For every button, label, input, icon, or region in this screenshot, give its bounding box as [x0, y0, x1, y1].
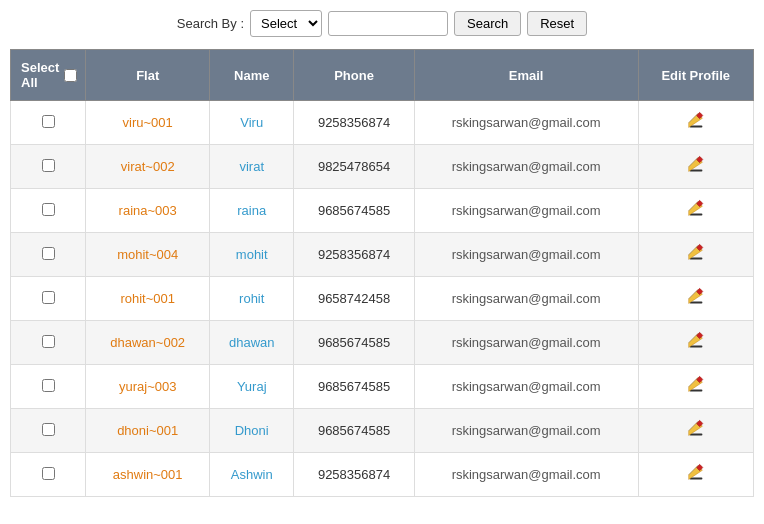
phone-cell: 9825478654 [294, 145, 414, 189]
svg-rect-28 [689, 434, 702, 436]
svg-rect-0 [689, 126, 702, 128]
row-checkbox-cell [11, 365, 86, 409]
row-checkbox[interactable] [42, 379, 55, 392]
edit-pencil-icon[interactable] [685, 330, 707, 352]
phone-cell: 9685674585 [294, 409, 414, 453]
table-header: Select All Flat Name Phone Email Edit Pr… [11, 50, 754, 101]
edit-pencil-icon[interactable] [685, 110, 707, 132]
row-checkbox-cell [11, 453, 86, 497]
email-cell: rskingsarwan@gmail.com [414, 277, 638, 321]
edit-cell [638, 233, 753, 277]
table-row: viru~001Viru9258356874rskingsarwan@gmail… [11, 101, 754, 145]
edit-pencil-icon[interactable] [685, 286, 707, 308]
table-row: mohit~004mohit9258356874rskingsarwan@gma… [11, 233, 754, 277]
row-checkbox[interactable] [42, 203, 55, 216]
edit-profile-header: Edit Profile [638, 50, 753, 101]
search-by-label: Search By : [177, 16, 244, 31]
flat-cell: dhoni~001 [86, 409, 210, 453]
data-table: Select All Flat Name Phone Email Edit Pr… [10, 49, 754, 497]
row-checkbox[interactable] [42, 291, 55, 304]
row-checkbox-cell [11, 145, 86, 189]
phone-cell: 9258356874 [294, 453, 414, 497]
table-row: rohit~001rohit9658742458rskingsarwan@gma… [11, 277, 754, 321]
name-cell: rohit [210, 277, 294, 321]
edit-pencil-icon[interactable] [685, 462, 707, 484]
email-cell: rskingsarwan@gmail.com [414, 233, 638, 277]
edit-cell [638, 453, 753, 497]
svg-rect-12 [689, 258, 702, 260]
edit-cell [638, 277, 753, 321]
phone-cell: 9258356874 [294, 101, 414, 145]
row-checkbox[interactable] [42, 423, 55, 436]
name-cell: mohit [210, 233, 294, 277]
edit-cell [638, 101, 753, 145]
select-all-header: Select All [11, 50, 86, 101]
row-checkbox[interactable] [42, 467, 55, 480]
edit-pencil-icon[interactable] [685, 242, 707, 264]
phone-cell: 9685674585 [294, 365, 414, 409]
table-row: dhawan~002dhawan9685674585rskingsarwan@g… [11, 321, 754, 365]
phone-cell: 9658742458 [294, 277, 414, 321]
name-cell: raina [210, 189, 294, 233]
email-cell: rskingsarwan@gmail.com [414, 453, 638, 497]
name-header: Name [210, 50, 294, 101]
edit-cell [638, 365, 753, 409]
edit-pencil-icon[interactable] [685, 154, 707, 176]
name-cell: Viru [210, 101, 294, 145]
edit-pencil-icon[interactable] [685, 418, 707, 440]
svg-rect-8 [689, 214, 702, 216]
table-row: ashwin~001Ashwin9258356874rskingsarwan@g… [11, 453, 754, 497]
flat-cell: mohit~004 [86, 233, 210, 277]
row-checkbox[interactable] [42, 159, 55, 172]
phone-cell: 9258356874 [294, 233, 414, 277]
name-cell: virat [210, 145, 294, 189]
row-checkbox[interactable] [42, 247, 55, 260]
svg-rect-32 [689, 478, 702, 480]
table-row: dhoni~001Dhoni9685674585rskingsarwan@gma… [11, 409, 754, 453]
select-all-checkbox[interactable] [64, 69, 77, 82]
flat-cell: ashwin~001 [86, 453, 210, 497]
phone-cell: 9685674585 [294, 321, 414, 365]
email-cell: rskingsarwan@gmail.com [414, 409, 638, 453]
phone-cell: 9685674585 [294, 189, 414, 233]
email-cell: rskingsarwan@gmail.com [414, 321, 638, 365]
email-header: Email [414, 50, 638, 101]
table-body: viru~001Viru9258356874rskingsarwan@gmail… [11, 101, 754, 497]
edit-pencil-icon[interactable] [685, 374, 707, 396]
flat-header: Flat [86, 50, 210, 101]
name-cell: dhawan [210, 321, 294, 365]
select-all-label: Select All [21, 60, 59, 90]
search-button[interactable]: Search [454, 11, 521, 36]
svg-rect-24 [689, 390, 702, 392]
search-by-select[interactable]: SelectFlatNamePhoneEmail [250, 10, 322, 37]
row-checkbox[interactable] [42, 115, 55, 128]
reset-button[interactable]: Reset [527, 11, 587, 36]
name-cell: Yuraj [210, 365, 294, 409]
toolbar: Search By : SelectFlatNamePhoneEmail Sea… [10, 10, 754, 37]
email-cell: rskingsarwan@gmail.com [414, 145, 638, 189]
flat-cell: viru~001 [86, 101, 210, 145]
name-cell: Dhoni [210, 409, 294, 453]
table-row: raina~003raina9685674585rskingsarwan@gma… [11, 189, 754, 233]
edit-cell [638, 189, 753, 233]
edit-pencil-icon[interactable] [685, 198, 707, 220]
flat-cell: raina~003 [86, 189, 210, 233]
svg-rect-4 [689, 170, 702, 172]
flat-cell: yuraj~003 [86, 365, 210, 409]
email-cell: rskingsarwan@gmail.com [414, 365, 638, 409]
edit-cell [638, 409, 753, 453]
row-checkbox-cell [11, 321, 86, 365]
search-input[interactable] [328, 11, 448, 36]
email-cell: rskingsarwan@gmail.com [414, 189, 638, 233]
flat-cell: rohit~001 [86, 277, 210, 321]
name-cell: Ashwin [210, 453, 294, 497]
row-checkbox-cell [11, 277, 86, 321]
row-checkbox-cell [11, 101, 86, 145]
row-checkbox[interactable] [42, 335, 55, 348]
edit-cell [638, 321, 753, 365]
svg-rect-16 [689, 302, 702, 304]
edit-cell [638, 145, 753, 189]
phone-header: Phone [294, 50, 414, 101]
row-checkbox-cell [11, 189, 86, 233]
svg-rect-20 [689, 346, 702, 348]
